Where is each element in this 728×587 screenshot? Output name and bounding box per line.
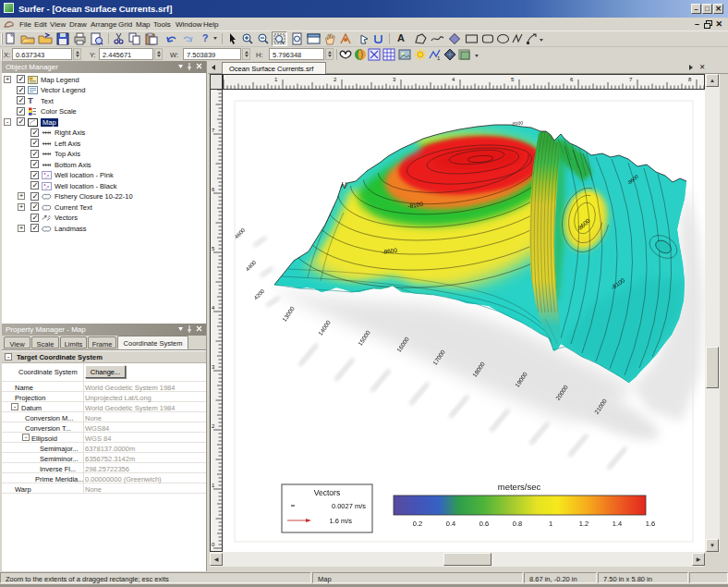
svg-text:1.6 m/s: 1.6 m/s — [329, 517, 352, 525]
svg-text:meters/sec: meters/sec — [498, 482, 541, 492]
svg-text:-8100: -8100 — [511, 119, 523, 126]
svg-text:1.6: 1.6 — [646, 520, 655, 528]
svg-text:14000: 14000 — [317, 319, 332, 336]
svg-text:13000: 13000 — [281, 305, 296, 323]
svg-text:1.4: 1.4 — [613, 520, 622, 528]
svg-text:0.8: 0.8 — [513, 520, 522, 528]
svg-text:1.2: 1.2 — [579, 520, 588, 528]
svg-text:0.0027 m/s: 0.0027 m/s — [332, 502, 366, 510]
svg-text:4400: 4400 — [245, 259, 258, 272]
svg-text:4200: 4200 — [253, 287, 266, 300]
svg-text:1: 1 — [549, 520, 552, 528]
svg-text:0.4: 0.4 — [446, 520, 455, 528]
svg-text:15000: 15000 — [357, 329, 371, 347]
svg-text:4600: 4600 — [234, 226, 247, 239]
svg-text:0.6: 0.6 — [479, 520, 489, 528]
svg-text:Vectors: Vectors — [314, 488, 340, 497]
svg-text:↗: ↗ — [47, 214, 51, 219]
svg-text:0.2: 0.2 — [413, 520, 422, 528]
